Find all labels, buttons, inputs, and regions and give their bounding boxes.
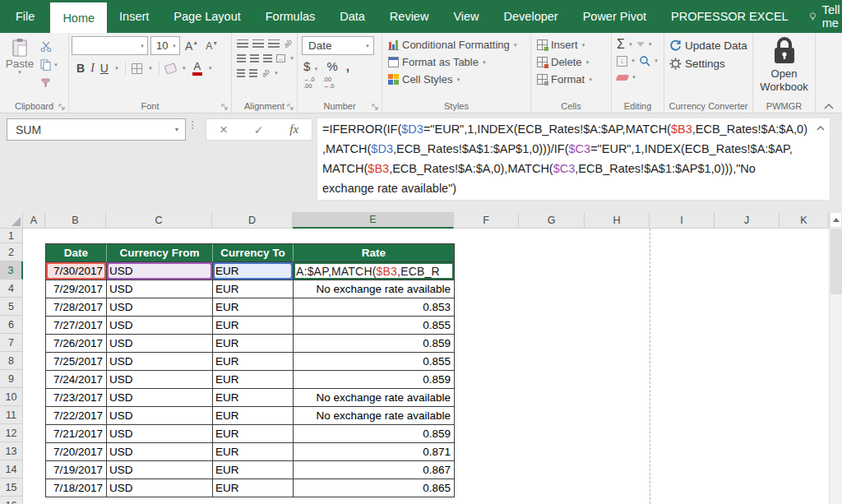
cell-styles-button[interactable]: Cell Styles▼ — [388, 71, 528, 88]
align-left-button[interactable] — [237, 54, 246, 62]
tab-home[interactable]: Home — [50, 2, 107, 33]
table-header-rate[interactable]: Rate — [294, 244, 455, 262]
cell-B10[interactable]: 7/23/2017 — [46, 389, 107, 407]
shrink-font-button[interactable]: A▼ — [203, 40, 220, 52]
delete-cells-button[interactable]: Delete▼ — [537, 53, 608, 71]
tab-professor-excel[interactable]: PROFESSOR EXCEL — [659, 0, 801, 33]
increase-decimal-button[interactable]: ←.0.00 — [303, 76, 315, 89]
collapse-ribbon-button[interactable] — [824, 104, 834, 109]
merge-dropdown-arrow[interactable]: ▼ — [289, 56, 294, 61]
row-header-16[interactable]: 16 — [0, 497, 23, 504]
find-select-icon[interactable] — [639, 55, 650, 67]
column-header-H[interactable]: H — [585, 212, 650, 229]
format-painter-button[interactable] — [40, 76, 58, 90]
top-align-button[interactable] — [237, 39, 248, 48]
cell-B7[interactable]: 7/26/2017 — [46, 335, 107, 353]
cell-D9[interactable]: EUR — [213, 371, 294, 389]
cell-C3[interactable]: USD — [107, 262, 213, 280]
find-dropdown-arrow[interactable]: ▼ — [654, 58, 659, 63]
row-header-9[interactable]: 9 — [0, 370, 23, 388]
tab-data[interactable]: Data — [327, 0, 377, 33]
column-header-B[interactable]: B — [45, 212, 106, 229]
italic-button[interactable]: I — [90, 62, 95, 75]
insert-function-button[interactable]: fx — [289, 123, 298, 136]
decrease-indent-button[interactable] — [237, 69, 245, 77]
cell-C5[interactable]: USD — [107, 298, 213, 317]
tab-page-layout[interactable]: Page Layout — [161, 0, 252, 33]
cell-C7[interactable]: USD — [107, 335, 213, 353]
bottom-align-button[interactable] — [268, 39, 280, 48]
tab-insert[interactable]: Insert — [107, 0, 161, 33]
cell-C4[interactable]: USD — [107, 280, 213, 298]
wrap-text-button[interactable]: ab — [260, 67, 271, 79]
tab-developer[interactable]: Developer — [492, 0, 571, 33]
cell-D3[interactable]: EUR — [213, 262, 294, 280]
cell-E12[interactable]: 0.859 — [294, 425, 455, 443]
settings-button[interactable]: Settings — [669, 54, 750, 72]
font-name-combobox[interactable]: ▼ — [72, 36, 148, 55]
cell-D5[interactable]: EUR — [213, 298, 294, 317]
conditional-formatting-button[interactable]: Conditional Formatting▼ — [388, 36, 528, 53]
number-format-combobox[interactable]: Date ▼ — [302, 36, 374, 55]
cell-E9[interactable]: 0.859 — [294, 371, 455, 389]
cell-B12[interactable]: 7/21/2017 — [46, 425, 107, 443]
cell-E6[interactable]: 0.855 — [294, 317, 455, 335]
bold-button[interactable]: B — [76, 62, 85, 75]
increase-indent-button[interactable] — [249, 69, 257, 77]
cell-C11[interactable]: USD — [107, 407, 213, 425]
scrollbar-thumb[interactable] — [830, 229, 842, 294]
table-header-date[interactable]: Date — [46, 244, 107, 262]
underline-dropdown-arrow[interactable]: ▼ — [114, 66, 119, 71]
row-header-5[interactable]: 5 — [0, 298, 23, 316]
row-header-3[interactable]: 3 — [0, 261, 23, 280]
cell-E8[interactable]: 0.855 — [294, 353, 455, 371]
row-header-13[interactable]: 13 — [0, 442, 23, 460]
cell-D14[interactable]: EUR — [213, 461, 294, 479]
cell-E10[interactable]: No exchange rate available — [294, 389, 455, 407]
formula-input[interactable]: =IFERROR(IF($D3="EUR",1,INDEX(ECB_Rates!… — [317, 118, 830, 201]
column-header-F[interactable]: F — [454, 212, 519, 229]
cell-E4[interactable]: No exchange rate available — [294, 280, 455, 298]
formula-bar-collapse-button[interactable] — [817, 126, 825, 131]
cell-C12[interactable]: USD — [107, 425, 213, 443]
cell-E14[interactable]: 0.867 — [294, 461, 455, 479]
cell-C9[interactable]: USD — [107, 371, 213, 389]
cell-B4[interactable]: 7/29/2017 — [46, 280, 107, 298]
center-button[interactable] — [250, 54, 259, 62]
column-header-I[interactable]: I — [650, 212, 715, 229]
name-box-resizer[interactable] — [192, 121, 193, 129]
vertical-scrollbar[interactable] — [829, 212, 842, 504]
row-header-1[interactable]: 1 — [0, 229, 23, 243]
table-header-currency-from[interactable]: Currency From — [107, 244, 213, 262]
fill-button[interactable]: ↓ — [617, 56, 627, 67]
cell-B6[interactable]: 7/27/2017 — [46, 317, 107, 335]
column-header-E[interactable]: E — [293, 212, 454, 229]
align-right-button[interactable] — [263, 54, 272, 62]
cell-E11[interactable]: No exchange rate available — [294, 407, 455, 425]
cell-C8[interactable]: USD — [107, 353, 213, 371]
font-size-combobox[interactable]: 10 ▼ — [150, 36, 180, 55]
cell-E15[interactable]: 0.865 — [294, 479, 455, 497]
enter-button[interactable]: ✓ — [254, 124, 264, 136]
cell-C13[interactable]: USD — [107, 443, 213, 461]
row-header-2[interactable]: 2 — [0, 243, 23, 261]
column-header-J[interactable]: J — [715, 212, 780, 229]
cell-B3[interactable]: 7/30/2017 — [46, 262, 107, 280]
row-header-10[interactable]: 10 — [0, 388, 23, 406]
column-header-A[interactable]: A — [23, 212, 45, 229]
update-data-button[interactable]: Update Data — [669, 36, 750, 54]
column-header-D[interactable]: D — [212, 212, 293, 229]
cell-B13[interactable]: 7/20/2017 — [46, 443, 107, 461]
fill-dropdown-arrow[interactable]: ▼ — [631, 58, 636, 63]
cell-D8[interactable]: EUR — [213, 353, 294, 371]
open-workbook-button[interactable]: Open Workbook — [756, 36, 812, 95]
cell-E5[interactable]: 0.853 — [294, 298, 455, 317]
name-box[interactable]: SUM ▼ — [7, 118, 186, 141]
cell-D7[interactable]: EUR — [213, 335, 294, 353]
orientation-button[interactable]: ab — [282, 38, 294, 49]
tab-power-pivot[interactable]: Power Pivot — [571, 0, 659, 33]
middle-align-button[interactable] — [252, 39, 264, 48]
wrap-dropdown-arrow[interactable]: ▼ — [274, 71, 279, 76]
column-header-C[interactable]: C — [106, 212, 212, 229]
cell-B14[interactable]: 7/19/2017 — [46, 461, 107, 479]
